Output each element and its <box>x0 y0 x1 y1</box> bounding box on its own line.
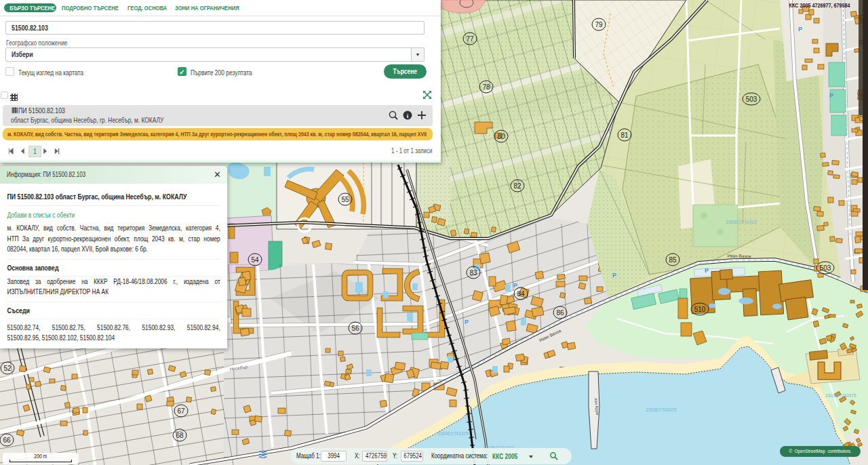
svg-text:68: 68 <box>176 432 184 439</box>
svg-text:P: P <box>612 272 616 279</box>
svg-text:P: P <box>705 267 709 274</box>
svg-text:56: 56 <box>351 325 359 332</box>
svg-text:240367/742475: 240367/742475 <box>825 393 856 398</box>
svg-text:52: 52 <box>3 365 12 372</box>
svg-text:77: 77 <box>466 35 474 43</box>
svg-text:230367/742475: 230367/742475 <box>646 407 677 412</box>
svg-text:86: 86 <box>556 309 564 317</box>
svg-text:82: 82 <box>513 182 521 190</box>
svg-text:79: 79 <box>595 21 603 28</box>
svg-text:83: 83 <box>469 269 477 277</box>
svg-text:510: 510 <box>694 306 706 313</box>
svg-text:238307/742415: 238307/742415 <box>726 220 757 224</box>
svg-text:80: 80 <box>497 133 505 140</box>
svg-text:503: 503 <box>746 96 757 103</box>
svg-text:P: P <box>513 282 517 289</box>
svg-text:66: 66 <box>3 437 11 444</box>
svg-text:85: 85 <box>669 256 677 264</box>
svg-text:54: 54 <box>251 256 259 264</box>
svg-text:Иван Вазов: Иван Вазов <box>728 253 752 258</box>
svg-text:81: 81 <box>620 132 629 139</box>
svg-text:P: P <box>829 92 833 99</box>
svg-text:P: P <box>465 319 469 325</box>
svg-text:55: 55 <box>341 196 349 203</box>
svg-text:78: 78 <box>482 83 490 91</box>
svg-text:P: P <box>798 26 802 33</box>
svg-text:67: 67 <box>177 407 185 415</box>
svg-text:236467/741375: 236467/741375 <box>437 431 469 436</box>
svg-text:84: 84 <box>517 290 525 298</box>
svg-text:503: 503 <box>820 264 831 272</box>
